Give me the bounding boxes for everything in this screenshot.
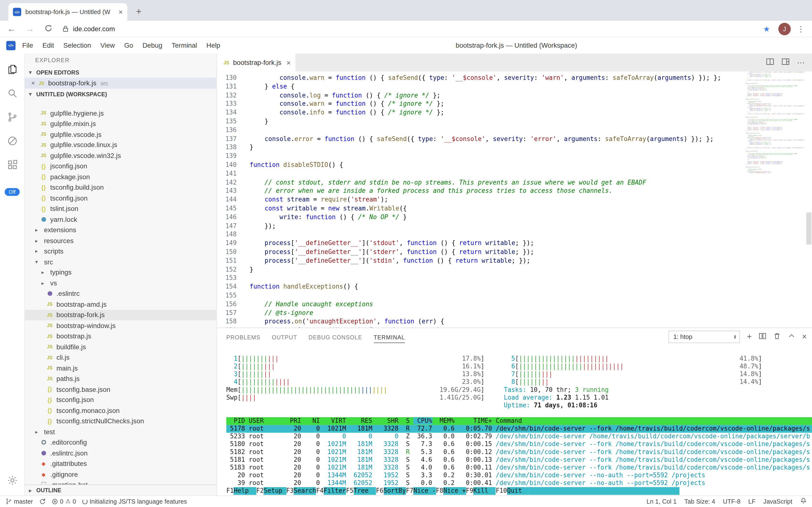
- fkey-f5[interactable]: F5: [346, 487, 354, 495]
- tree-item-.mention-bot[interactable]: .mention-bot: [25, 480, 216, 485]
- menu-go[interactable]: Go: [119, 40, 138, 51]
- editor-tab-bootstrap-fork[interactable]: JS bootstrap-fork.js ×: [217, 53, 297, 72]
- kill-terminal-button[interactable]: [773, 332, 781, 342]
- tree-item-.gitattributes[interactable]: ◆.gitattributes: [25, 458, 216, 469]
- fkey-bar[interactable]: F1Help F2Setup F3SearchF4FilterF5Tree F6…: [226, 487, 679, 495]
- editor-more-actions-button[interactable]: ⋯: [797, 58, 805, 67]
- tree-item-tsconfig.strictNullChecks.json[interactable]: {}tsconfig.strictNullChecks.json: [25, 416, 216, 427]
- code-editor[interactable]: 130 console.warn = function () { safeSen…: [217, 72, 812, 328]
- fkey-f10[interactable]: F10: [496, 487, 507, 495]
- process-row-5233[interactable]: 5233 root 20 0 0 0 0 Z 36.3 0.0 0:02.79 …: [226, 433, 812, 441]
- menu-help[interactable]: Help: [202, 40, 225, 51]
- maximize-panel-button[interactable]: [788, 332, 795, 342]
- status-sync[interactable]: [39, 498, 46, 505]
- tree-item-typings[interactable]: ▸typings: [25, 267, 216, 278]
- close-icon[interactable]: ×: [287, 58, 291, 66]
- split-terminal-button[interactable]: [759, 332, 766, 342]
- section-workspace[interactable]: ▾ UNTITLED (WORKSPACE): [25, 89, 216, 99]
- activity-debug[interactable]: [0, 129, 25, 153]
- reload-button[interactable]: [45, 24, 52, 34]
- menu-view[interactable]: View: [96, 40, 119, 51]
- activity-search[interactable]: [0, 81, 25, 105]
- tree-item-gulpfile.vscode.js[interactable]: JSgulpfile.vscode.js: [25, 129, 216, 139]
- menu-terminal[interactable]: Terminal: [167, 40, 202, 51]
- split-editor-button[interactable]: [766, 57, 774, 68]
- tree-item-gulpfile.vscode.linux.js[interactable]: JSgulpfile.vscode.linux.js: [25, 139, 216, 150]
- activity-source-control[interactable]: [0, 105, 25, 129]
- tree-item-jsconfig.json[interactable]: {}jsconfig.json: [25, 161, 216, 171]
- fkey-f4[interactable]: F4: [316, 487, 324, 495]
- tree-item-gulpfile.vscode.win32.js[interactable]: JSgulpfile.vscode.win32.js: [25, 150, 216, 161]
- status-message[interactable]: Initializing JS/TS language features: [82, 498, 187, 505]
- menu-file[interactable]: File: [18, 40, 38, 51]
- menu-edit[interactable]: Edit: [38, 40, 59, 51]
- tree-item-bootstrap-fork.js[interactable]: JSbootstrap-fork.js: [25, 309, 216, 320]
- fkey-f2[interactable]: F2: [256, 487, 264, 495]
- tree-item-gulpfile.hygiene.js[interactable]: JSgulpfile.hygiene.js: [25, 108, 216, 118]
- fkey-f1[interactable]: F1: [226, 487, 234, 495]
- tree-item-.gitignore[interactable]: ◆.gitignore: [25, 469, 216, 480]
- terminal[interactable]: 1[||||||||||17.8%]2[|||||||||16.1%]3[|||…: [217, 346, 812, 495]
- tree-item-vs[interactable]: ▸vs: [25, 278, 216, 288]
- back-button[interactable]: ←: [7, 25, 15, 33]
- tree-item-bootstrap.js[interactable]: JSbootstrap.js: [25, 331, 216, 342]
- status-tab-size[interactable]: Tab Size: 4: [684, 498, 715, 505]
- editor-layout-button[interactable]: [782, 57, 790, 68]
- fkey-f3[interactable]: F3: [286, 487, 294, 495]
- minimap[interactable]: console.warn = function () { safeSend({ …: [746, 72, 805, 328]
- status-bell[interactable]: [800, 497, 807, 505]
- tree-item-package.json[interactable]: {}package.json: [25, 171, 216, 182]
- tree-item-tsconfig.base.json[interactable]: {}tsconfig.base.json: [25, 384, 216, 395]
- fkey-f9[interactable]: F9: [466, 487, 473, 495]
- status-eol[interactable]: LF: [748, 498, 755, 505]
- status-encoding[interactable]: UTF-8: [723, 498, 740, 505]
- process-row-5180[interactable]: 5180 root 20 0 1021M 181M 3328 S 7.3 0.6…: [226, 441, 812, 448]
- panel-tab-terminal[interactable]: TERMINAL: [374, 331, 405, 343]
- tree-item-cli.js[interactable]: JScli.js: [25, 352, 216, 363]
- tree-item-tsconfig.json[interactable]: {}tsconfig.json: [25, 395, 216, 405]
- forward-button[interactable]: →: [26, 25, 34, 33]
- tree-item-extensions[interactable]: ▸extensions: [25, 225, 216, 235]
- process-row-20[interactable]: 20 root 20 0 1344M 62052 1952 S 3.3 0.2 …: [226, 471, 812, 479]
- tree-item-.eslintrc.json[interactable]: .eslintrc.json: [25, 448, 216, 458]
- activity-off-badge[interactable]: Off: [5, 188, 19, 196]
- tree-item-resources[interactable]: ▸resources: [25, 235, 216, 246]
- activity-explorer[interactable]: [0, 58, 25, 81]
- omnibox[interactable]: ide.coder.com: [63, 25, 757, 33]
- tree-item-paths.js[interactable]: JSpaths.js: [25, 373, 216, 384]
- new-tab-button[interactable]: +: [131, 4, 146, 19]
- tree-item-gulpfile.mixin.js[interactable]: JSgulpfile.mixin.js: [25, 118, 216, 129]
- new-terminal-button[interactable]: +: [747, 333, 752, 341]
- status-line-col[interactable]: Ln 1, Col 1: [647, 498, 677, 505]
- tree-item-scripts[interactable]: ▸scripts: [25, 246, 216, 257]
- tree-item-.eslintrc[interactable]: .eslintrc: [25, 288, 216, 299]
- open-editor-item[interactable]: × JS bootstrap-fork.js src: [25, 78, 216, 89]
- panel-tab-problems[interactable]: PROBLEMS: [226, 331, 260, 342]
- close-icon[interactable]: ×: [29, 79, 37, 87]
- browser-tab[interactable]: </> bootstrap-fork.js — Untitled (W ×: [8, 3, 127, 21]
- fkey-f7[interactable]: F7: [406, 487, 414, 495]
- fkey-f6[interactable]: F6: [376, 487, 383, 495]
- status-branch[interactable]: master: [5, 498, 33, 505]
- browser-menu-icon[interactable]: ⋮: [797, 24, 805, 34]
- process-row-5178[interactable]: 5178 root 20 0 1021M 181M 3328 R 72.7 0.…: [226, 425, 812, 433]
- tree-item-tsconfig.monaco.json[interactable]: {}tsconfig.monaco.json: [25, 405, 216, 416]
- editor-scrollbar[interactable]: [806, 212, 811, 244]
- tree-item-bootstrap-amd.js[interactable]: JSbootstrap-amd.js: [25, 299, 216, 309]
- process-row-5181[interactable]: 5181 root 20 0 1021M 181M 3328 S 4.6 0.6…: [226, 456, 812, 464]
- tree-item-tslint.json[interactable]: {}tslint.json: [25, 204, 216, 214]
- close-panel-button[interactable]: ×: [802, 333, 807, 341]
- tree-item-tsconfig.json[interactable]: {}tsconfig.json: [25, 193, 216, 204]
- url-text[interactable]: ide.coder.com: [73, 25, 115, 33]
- tab-close-icon[interactable]: ×: [118, 8, 123, 16]
- status-language[interactable]: JavaScript: [763, 498, 793, 505]
- section-outline[interactable]: ▸ OUTLINE: [25, 485, 216, 495]
- panel-tab-output[interactable]: OUTPUT: [272, 331, 297, 342]
- panel-tab-debug-console[interactable]: DEBUG CONSOLE: [308, 331, 362, 342]
- tree-item-tsconfig.build.json[interactable]: {}tsconfig.build.json: [25, 182, 216, 193]
- bookmark-star-icon[interactable]: ★: [763, 24, 770, 34]
- activity-extensions[interactable]: [0, 153, 25, 177]
- process-row-5183[interactable]: 5183 root 20 0 1021M 181M 3328 S 4.0 0.6…: [226, 464, 812, 471]
- settings-gear-button[interactable]: [0, 468, 25, 493]
- tree-item-.editorconfig[interactable]: .editorconfig: [25, 437, 216, 448]
